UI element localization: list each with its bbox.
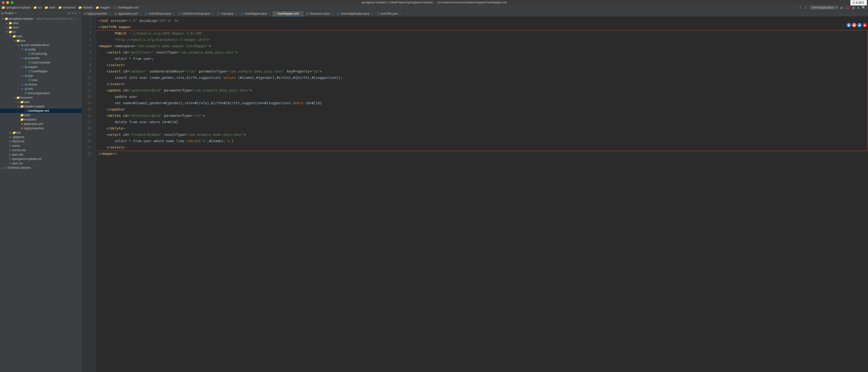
- tree-row[interactable]: ≡mvnw.cmd: [0, 148, 82, 152]
- code-line[interactable]: select * from user;: [98, 56, 868, 62]
- tree-row[interactable]: ▸📁.mvn: [0, 25, 82, 30]
- tree-row[interactable]: ▾📁main: [0, 34, 82, 38]
- tree-row[interactable]: ▸📁data: [0, 100, 82, 104]
- project-tree[interactable]: ▾📁springboot-mybatis~/IdeaProjects/sprin…: [0, 16, 82, 372]
- code-line[interactable]: </select>: [98, 144, 868, 150]
- breadcrumb-item[interactable]: 📁resources: [58, 6, 75, 9]
- code-line[interactable]: <insert id="addUser" useGeneratedKeys="t…: [98, 68, 868, 75]
- breadcrumb-item[interactable]: 📁main: [44, 6, 55, 9]
- code-line[interactable]: </insert>: [98, 81, 868, 87]
- close-icon[interactable]: ×: [212, 12, 213, 15]
- close-icon[interactable]: ×: [173, 12, 174, 15]
- code-line[interactable]: PUBLIC "-//mybatis.org//DTD Mapper 3.0//…: [98, 30, 868, 36]
- tree-row[interactable]: 📁templates: [0, 117, 82, 122]
- code-line[interactable]: </mapper>: [98, 150, 868, 157]
- opera-icon[interactable]: ●: [863, 23, 867, 27]
- zoom-window-button[interactable]: [11, 1, 13, 4]
- code-line[interactable]: <delete id="deleteUserById" parameterTyp…: [98, 112, 868, 119]
- collapse-all-icon[interactable]: ✶: [74, 11, 77, 15]
- editor-tab[interactable]: ⒸUserServiceImpl.java×: [176, 11, 215, 16]
- close-icon[interactable]: ×: [371, 12, 372, 15]
- tree-row[interactable]: ▾📁resources: [0, 95, 82, 100]
- tree-row[interactable]: ≡user.csv: [0, 161, 82, 166]
- tree-row[interactable]: ▸📁test: [0, 131, 82, 135]
- tree-row[interactable]: ≡.gitignore: [0, 135, 82, 139]
- minimize-window-button[interactable]: [6, 1, 9, 4]
- tree-row[interactable]: ≣log4j.properties: [0, 126, 82, 131]
- close-icon[interactable]: ×: [268, 12, 270, 15]
- firefox-icon[interactable]: ●: [852, 23, 856, 27]
- project-pane-title[interactable]: Project: [5, 11, 17, 15]
- breadcrumb-item[interactable]: 📁mapper: [96, 6, 110, 9]
- code-line[interactable]: <select id="getAllUser" resultType="com.…: [98, 49, 868, 56]
- code-line[interactable]: set name=#{name},gender=#{gender},role=#…: [98, 100, 868, 106]
- breadcrumb-item[interactable]: 📁src: [33, 6, 41, 9]
- coverage-icon[interactable]: ▣: [852, 6, 855, 9]
- code-line[interactable]: </update>: [98, 106, 868, 112]
- hide-icon[interactable]: —: [78, 11, 81, 15]
- tree-row[interactable]: ▾▣mapper: [0, 65, 82, 69]
- chrome-icon[interactable]: ●: [846, 23, 851, 27]
- code-editor[interactable]: <?xml version="1.0" encoding="UTF-8" ?><…: [96, 17, 868, 372]
- tree-row[interactable]: ⒾUserMapper: [0, 69, 82, 74]
- run-config-selector[interactable]: DemoApplication: [809, 5, 838, 10]
- tree-row[interactable]: ▾▣controller: [0, 56, 82, 60]
- editor-tab[interactable]: ⒸUser.java×: [215, 11, 239, 16]
- tree-row[interactable]: ▾▣config: [0, 47, 82, 52]
- tree-row[interactable]: ⒸUser: [0, 78, 82, 82]
- code-line[interactable]: insert into user (name,gender,role,birth…: [98, 75, 868, 81]
- tree-row[interactable]: ▾📁java: [0, 38, 82, 43]
- close-icon[interactable]: ×: [332, 12, 333, 15]
- tree-row[interactable]: ⒸDemoApplication: [0, 91, 82, 95]
- editor-tab[interactable]: ≣log4j.properties×: [82, 11, 113, 16]
- code-line[interactable]: "http://mybatis.org/dtd/mybatis-3-mapper…: [98, 36, 868, 43]
- safari-icon[interactable]: ●: [857, 23, 862, 27]
- editor-tab[interactable]: ⒸResource.class×: [304, 11, 335, 16]
- tree-row[interactable]: MHELP.md: [0, 139, 82, 144]
- code-line[interactable]: <select id="findUserByName" resultType="…: [98, 132, 868, 138]
- search-icon[interactable]: 🔍: [862, 6, 866, 9]
- expand-all-icon[interactable]: ⇲: [71, 11, 73, 15]
- tree-row[interactable]: ▾📁springboot-mybatis~/IdeaProjects/sprin…: [0, 17, 82, 21]
- tree-row[interactable]: ▸▣utils: [0, 87, 82, 91]
- editor-tab[interactable]: ⟨⟩UserMapper.xml×: [272, 11, 304, 16]
- close-icon[interactable]: ×: [235, 12, 237, 15]
- tree-row[interactable]: mpom.xml: [0, 152, 82, 157]
- tree-row[interactable]: ⒸDruidConfig: [0, 52, 82, 56]
- tree-row[interactable]: ≡springboot-mybatis.iml: [0, 157, 82, 161]
- tree-row[interactable]: ⒸUserController: [0, 60, 82, 65]
- select-opened-file-icon[interactable]: ⊕: [68, 11, 70, 15]
- editor-tab[interactable]: ⒸUserMapper.java×: [239, 11, 272, 16]
- code-line[interactable]: select * from user where name like conca…: [98, 138, 868, 144]
- code-line[interactable]: <?xml version="1.0" encoding="UTF-8" ?>: [98, 18, 868, 24]
- run-icon[interactable]: ▶: [841, 6, 843, 9]
- close-icon[interactable]: ×: [109, 12, 111, 15]
- code-line[interactable]: update user: [98, 93, 868, 100]
- code-line[interactable]: <mapper namespace="com.example.demo.mapp…: [98, 43, 868, 49]
- breadcrumb-item[interactable]: ⟨⟩UserMapper.xml: [113, 6, 138, 9]
- breadcrumb-item[interactable]: 📁springboot-mybatis: [1, 6, 30, 9]
- tree-row[interactable]: ⟨⟩UserMapper.xml: [0, 109, 82, 113]
- sync-icon[interactable]: ↧: [804, 6, 807, 9]
- tree-row[interactable]: ⚙application.yml: [0, 122, 82, 126]
- editor-tab[interactable]: ⒸUserService.java×: [143, 11, 176, 16]
- debug-icon[interactable]: 🐞: [846, 6, 849, 9]
- tree-row[interactable]: ▸⎚External Libraries: [0, 166, 82, 170]
- fold-gutter[interactable]: [93, 17, 96, 372]
- tree-row[interactable]: ▸📁.idea: [0, 21, 82, 25]
- breadcrumb-item[interactable]: 📁mybatis: [78, 6, 93, 9]
- close-window-button[interactable]: [2, 1, 5, 4]
- code-line[interactable]: <update id="updateUserById" parameterTyp…: [98, 87, 868, 93]
- tree-row[interactable]: ▾📁mybatis.mapper: [0, 104, 82, 109]
- code-line[interactable]: </select>: [98, 62, 868, 68]
- add-config-icon[interactable]: ⤒: [799, 6, 802, 9]
- close-icon[interactable]: ×: [140, 12, 141, 15]
- tree-row[interactable]: ≡mvnw: [0, 144, 82, 148]
- code-line[interactable]: delete from user where id=#{id}: [98, 119, 868, 125]
- tree-row[interactable]: 📁static: [0, 113, 82, 117]
- tree-row[interactable]: ▾▣com.example.demo: [0, 43, 82, 47]
- close-icon[interactable]: ×: [300, 12, 302, 15]
- stop-icon[interactable]: ■: [857, 6, 859, 9]
- editor-tab[interactable]: ⚙application.yml×: [113, 11, 143, 16]
- editor-tab[interactable]: ⒸDemoApplication.java×: [335, 11, 375, 16]
